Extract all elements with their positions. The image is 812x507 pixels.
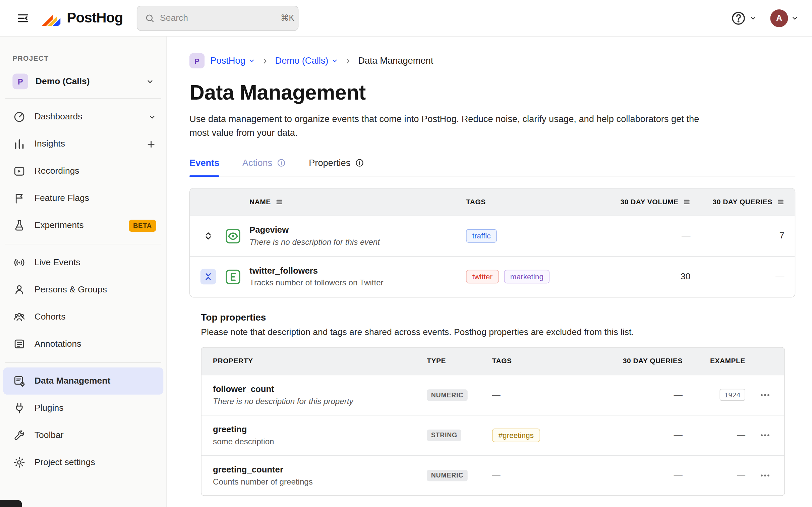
column-header-example: EXAMPLE — [683, 357, 745, 365]
sidebar-item-annotations[interactable]: Annotations — [3, 330, 163, 357]
events-table-header: NAME TAGS 30 DAY VOLUME 30 DAY QUERIES — [190, 188, 795, 215]
collapse-row-icon[interactable] — [200, 269, 216, 285]
sidebar-item-project-settings[interactable]: Project settings — [3, 449, 163, 476]
sidebar-item-label: Experiments — [35, 220, 84, 231]
flask-icon — [12, 219, 26, 232]
autocapture-eye-icon — [224, 227, 249, 244]
column-header-name[interactable]: NAME — [249, 198, 466, 206]
info-icon — [355, 158, 364, 168]
gear-icon — [12, 456, 26, 468]
event-name: Pageview — [249, 225, 458, 235]
sidebar-item-label: Live Events — [35, 257, 80, 268]
property-description: Counts number of greetings — [213, 477, 427, 486]
search-icon — [144, 13, 155, 23]
more-options-icon[interactable] — [745, 389, 773, 400]
topbar-right: A — [731, 9, 798, 27]
queries-value: — — [604, 390, 683, 400]
sidebar-item-label: Dashboards — [35, 112, 82, 122]
sort-icon — [276, 198, 283, 206]
project-avatar: P — [12, 73, 28, 89]
column-header-queries: 30 DAY QUERIES — [604, 357, 683, 365]
app-window: PostHog ⌘K A — [0, 0, 812, 507]
chevron-right-icon — [344, 57, 352, 65]
type-badge: STRING — [427, 429, 461, 441]
tab-actions[interactable]: Actions — [242, 157, 286, 175]
example-value: — — [683, 470, 745, 480]
posthog-logo[interactable]: PostHog — [41, 9, 123, 27]
event-row-pageview[interactable]: Pageview There is no description for thi… — [190, 215, 795, 256]
property-row-greeting[interactable]: greeting some description STRING #greeti… — [201, 415, 785, 455]
chevron-down-icon — [791, 14, 799, 22]
sidebar-item-label: Plugins — [35, 403, 64, 413]
search-box[interactable]: ⌘K — [136, 5, 298, 31]
example-value: — — [683, 430, 745, 440]
tab-properties[interactable]: Properties — [309, 157, 364, 175]
sidebar-item-plugins[interactable]: Plugins — [3, 395, 163, 422]
tag-twitter: twitter — [466, 270, 499, 283]
breadcrumb-item-project[interactable]: Demo (Calls) — [275, 55, 339, 66]
flag-icon — [12, 192, 26, 205]
queries-value: — — [604, 470, 683, 481]
expand-row-icon[interactable] — [200, 228, 216, 244]
property-row-follower-count[interactable]: follower_count There is no description f… — [201, 375, 785, 415]
volume-value: 30 — [602, 271, 691, 282]
menu-toggle-icon[interactable] — [12, 8, 33, 29]
sidebar-item-recordings[interactable]: Recordings — [3, 158, 163, 185]
sidebar-item-cohorts[interactable]: Cohorts — [3, 303, 163, 330]
avatar: A — [770, 9, 788, 27]
breadcrumb-item-organization[interactable]: PostHog — [210, 55, 255, 66]
sidebar-item-data-management[interactable]: Data Management — [3, 368, 163, 395]
divider — [5, 98, 161, 99]
column-header-tags: TAGS — [492, 357, 604, 365]
property-row-greeting-counter[interactable]: greeting_counter Counts number of greeti… — [201, 455, 785, 495]
chevron-down-icon — [148, 113, 156, 121]
project-section-label: PROJECT — [0, 54, 167, 62]
sidebar-item-dashboards[interactable]: Dashboards — [3, 103, 163, 130]
beta-badge: BETA — [129, 220, 156, 232]
sidebar-item-label: Annotations — [35, 339, 81, 349]
tags-value: — — [492, 470, 604, 480]
type-badge: NUMERIC — [427, 469, 467, 481]
example-value: 1924 — [719, 389, 745, 401]
event-row-twitter-followers[interactable]: twitter_followers Tracks number of follo… — [190, 256, 795, 297]
sidebar-item-live-events[interactable]: Live Events — [3, 249, 163, 276]
sidebar-item-experiments[interactable]: Experiments BETA — [3, 212, 163, 239]
breadcrumb-item-current: Data Management — [358, 55, 433, 66]
help-menu[interactable] — [731, 10, 757, 26]
breadcrumb-project-avatar: P — [189, 53, 205, 68]
divider — [5, 244, 161, 244]
chevron-down-icon — [332, 57, 338, 64]
search-input[interactable] — [160, 13, 275, 23]
sidebar-item-insights[interactable]: Insights — [3, 130, 163, 158]
more-options-icon[interactable] — [745, 469, 773, 481]
sidebar-item-toolbar[interactable]: Toolbar — [3, 422, 163, 449]
chevron-down-icon — [248, 57, 255, 64]
dashboards-icon — [12, 111, 26, 123]
broadcast-icon — [12, 256, 26, 269]
tag-traffic: traffic — [466, 229, 497, 242]
annotations-icon — [12, 338, 26, 350]
tag-marketing: marketing — [504, 270, 549, 283]
page-description: Use data management to organize events t… — [189, 112, 707, 140]
tags-value: — — [492, 390, 604, 400]
property-description: There is no description for this propert… — [213, 396, 427, 406]
sidebar-item-label: Data Management — [35, 376, 110, 386]
tab-events[interactable]: Events — [189, 157, 219, 175]
column-header-volume[interactable]: 30 DAY VOLUME — [602, 198, 691, 206]
more-options-icon[interactable] — [745, 429, 773, 441]
info-icon — [277, 158, 286, 168]
project-switcher[interactable]: P Demo (Calls) — [0, 69, 167, 94]
person-icon — [12, 283, 26, 296]
type-badge: NUMERIC — [427, 389, 467, 400]
sidebar-item-label: Toolbar — [35, 430, 64, 441]
column-header-queries[interactable]: 30 DAY QUERIES — [690, 198, 784, 206]
sidebar-item-persons-groups[interactable]: Persons & Groups — [3, 276, 163, 303]
sidebar-item-feature-flags[interactable]: Feature Flags — [3, 185, 163, 212]
tab-bar: Events Actions Properties — [189, 157, 795, 176]
sidebar-item-label: Cohorts — [35, 312, 66, 322]
tools-icon — [12, 429, 26, 442]
account-menu[interactable]: A — [770, 9, 799, 27]
plus-icon[interactable] — [146, 139, 156, 149]
collapsed-panel-handle[interactable] — [0, 500, 22, 507]
sidebar-item-label: Project settings — [35, 457, 95, 468]
